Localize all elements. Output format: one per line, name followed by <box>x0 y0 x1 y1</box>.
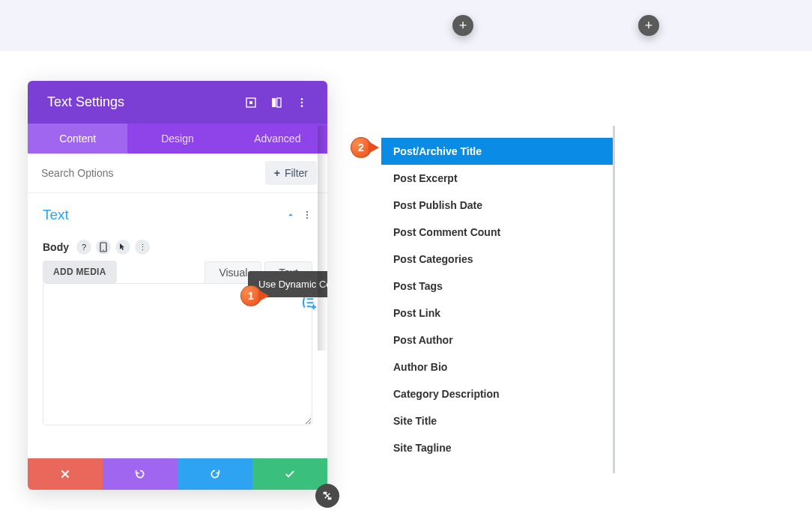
svg-point-9 <box>306 217 308 219</box>
dynamic-content-button[interactable] <box>301 295 316 313</box>
dropdown-item-post-excerpt[interactable]: Post Excerpt <box>381 165 613 192</box>
dropdown-item-post-archive-title[interactable]: Post/Archive Title <box>381 138 613 165</box>
dropdown-item-post-author[interactable]: Post Author <box>381 327 613 353</box>
svg-rect-13 <box>307 302 314 303</box>
filter-button[interactable]: + Filter <box>265 161 317 185</box>
svg-point-5 <box>301 101 303 103</box>
panel-resize-handle[interactable] <box>315 484 339 508</box>
svg-rect-3 <box>277 98 281 107</box>
svg-point-6 <box>301 105 303 107</box>
body-field-label: Body <box>43 241 69 253</box>
dropdown-item-post-link[interactable]: Post Link <box>381 300 613 327</box>
section-more-icon[interactable] <box>302 210 312 220</box>
dynamic-content-dropdown: Post/Archive Title Post Excerpt Post Pub… <box>381 126 615 473</box>
svg-point-11 <box>103 249 104 251</box>
undo-button[interactable] <box>103 458 178 490</box>
add-module-button-right[interactable]: + <box>638 15 659 36</box>
add-media-button[interactable]: ADD MEDIA <box>43 261 117 283</box>
section-title-text: Text <box>43 207 69 223</box>
dropdown-item-site-title[interactable]: Site Title <box>381 407 613 434</box>
svg-rect-14 <box>307 306 312 307</box>
panel-tabs: Content Design Advanced <box>28 124 327 154</box>
save-button[interactable] <box>252 458 327 490</box>
dropdown-item-post-publish-date[interactable]: Post Publish Date <box>381 192 613 219</box>
svg-point-4 <box>301 98 303 100</box>
dropdown-item-post-comment-count[interactable]: Post Comment Count <box>381 219 613 246</box>
mobile-icon[interactable] <box>96 240 111 255</box>
menu-dots-icon[interactable] <box>296 97 308 109</box>
tab-design[interactable]: Design <box>127 124 227 154</box>
collapse-icon[interactable] <box>285 210 296 220</box>
columns-icon[interactable] <box>270 97 282 109</box>
redo-button[interactable] <box>178 458 252 490</box>
panel-title: Text Settings <box>47 94 124 110</box>
panel-footer <box>28 458 327 490</box>
svg-rect-2 <box>272 98 276 107</box>
dropdown-item-author-bio[interactable]: Author Bio <box>381 353 613 380</box>
svg-point-8 <box>306 214 308 216</box>
filter-label: Filter <box>285 167 308 179</box>
svg-rect-1 <box>249 101 252 104</box>
dropdown-item-post-tags[interactable]: Post Tags <box>381 273 613 300</box>
add-module-button-left[interactable]: + <box>452 15 473 36</box>
dropdown-item-post-categories[interactable]: Post Categories <box>381 246 613 273</box>
svg-rect-12 <box>307 298 314 300</box>
tab-advanced[interactable]: Advanced <box>228 124 327 154</box>
svg-point-7 <box>306 211 308 213</box>
discard-button[interactable] <box>28 458 103 490</box>
callout-1: 1 <box>240 285 273 306</box>
help-icon[interactable]: ? <box>76 240 91 255</box>
search-input[interactable] <box>38 163 265 183</box>
tab-content[interactable]: Content <box>28 124 127 154</box>
top-band <box>0 0 812 51</box>
settings-panel: Text Settings Content Design Advanced + … <box>28 81 327 490</box>
callout-2: 2 <box>351 137 384 158</box>
more-icon[interactable]: ⋮ <box>135 240 150 255</box>
hover-icon[interactable] <box>115 240 130 255</box>
snap-icon[interactable] <box>245 97 257 109</box>
panel-header: Text Settings <box>28 81 327 124</box>
dropdown-item-category-description[interactable]: Category Description <box>381 380 613 407</box>
dropdown-item-site-tagline[interactable]: Site Tagline <box>381 434 613 461</box>
